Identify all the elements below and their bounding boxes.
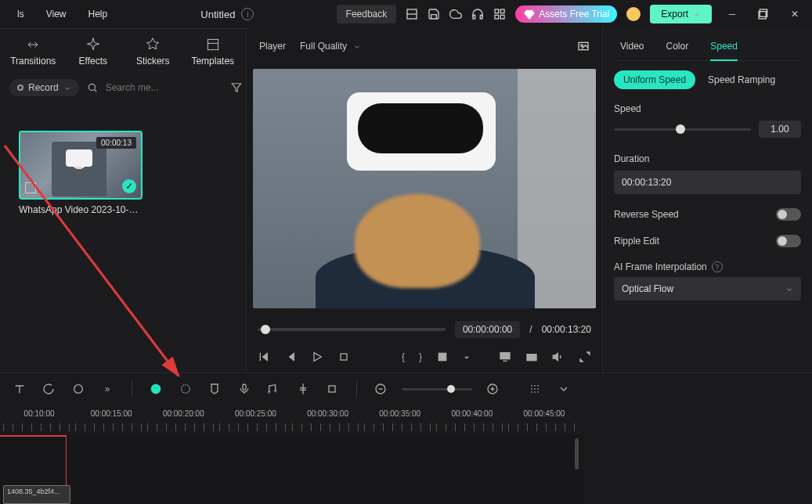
prev-frame-icon[interactable] [258, 351, 270, 363]
subtab-uniform-speed[interactable]: Uniform Speed [614, 70, 695, 89]
duration-field[interactable]: 00:00:13:20 [614, 171, 801, 194]
assets-trial-button[interactable]: Assets Free Trial [515, 5, 617, 23]
speed-tool-icon[interactable] [148, 380, 164, 398]
filter-icon[interactable] [231, 82, 242, 93]
project-info-icon[interactable]: i [241, 8, 254, 20]
quality-select[interactable]: Full Quality [300, 41, 361, 52]
mark-in-icon[interactable]: { [402, 351, 405, 362]
record-dot-icon [17, 85, 23, 91]
help-icon[interactable]: ? [712, 261, 723, 272]
ai-interpolation-value: Optical Flow [622, 283, 673, 294]
play-icon[interactable] [311, 351, 323, 363]
gem-icon [523, 9, 534, 20]
ai-interpolation-select[interactable]: Optical Flow [614, 277, 801, 301]
svg-rect-3 [481, 15, 483, 19]
reverse-speed-toggle[interactable] [776, 208, 801, 221]
media-clip[interactable]: 00:00:13 ✓ [19, 131, 143, 200]
svg-marker-17 [262, 353, 268, 362]
svg-point-47 [537, 385, 538, 386]
mask-tool-icon[interactable] [70, 380, 86, 398]
menu-view[interactable]: View [35, 9, 78, 20]
crop-tool-icon[interactable] [323, 380, 340, 398]
track-view-chevron-icon[interactable] [556, 380, 572, 398]
ripple-edit-toggle[interactable] [776, 235, 801, 247]
camera-icon[interactable] [525, 351, 538, 363]
svg-rect-4 [495, 9, 499, 13]
reverse-speed-label: Reverse Speed [614, 209, 679, 220]
more-tools-icon[interactable]: » [99, 380, 115, 398]
grid-icon[interactable] [493, 8, 506, 20]
feedback-button[interactable]: Feedback [337, 5, 397, 23]
cloud-icon[interactable] [449, 8, 462, 20]
zoom-in-icon[interactable] [485, 380, 501, 398]
chevron-down-icon [353, 42, 361, 50]
tab-color[interactable]: Color [666, 41, 689, 52]
fullscreen-icon[interactable] [579, 351, 591, 363]
ratio-icon[interactable] [436, 351, 449, 363]
tab-video[interactable]: Video [620, 41, 644, 52]
layout-icon[interactable] [406, 8, 418, 20]
timeline-tracks[interactable]: 1408.35_4b2f4... [0, 435, 583, 504]
zoom-slider[interactable] [402, 388, 471, 391]
preview-viewport[interactable] [253, 69, 596, 308]
search-input[interactable] [106, 82, 223, 93]
svg-point-46 [534, 385, 535, 386]
scrollbar[interactable] [575, 438, 579, 470]
record-button[interactable]: Record [9, 79, 79, 96]
minimize-button[interactable]: ─ [721, 3, 743, 25]
rotate-tool-icon[interactable] [40, 380, 56, 398]
profile-icon[interactable] [626, 7, 641, 21]
mark-out-icon[interactable]: } [419, 351, 422, 362]
tab-speed[interactable]: Speed [710, 41, 738, 61]
svg-rect-22 [438, 353, 446, 360]
total-time: 00:00:13:20 [542, 324, 591, 335]
align-tool-icon[interactable] [294, 380, 311, 398]
clip-name: WhatsApp Video 2023-10-05... [19, 204, 143, 215]
text-tool-icon[interactable] [11, 380, 27, 398]
svg-marker-14 [232, 84, 241, 92]
track-view-icon[interactable] [526, 380, 543, 398]
svg-rect-5 [501, 9, 505, 13]
marker-tool-icon[interactable] [207, 380, 223, 398]
chevron-down-icon [785, 285, 793, 293]
ruler-tick: 00:10:00 [3, 409, 75, 418]
ruler-tick: 00:00:30:00 [292, 409, 364, 418]
maximize-button[interactable] [752, 3, 774, 25]
ruler-tick: 00:00:20:00 [147, 409, 219, 418]
menu-tools[interactable]: ls [6, 9, 35, 20]
mic-tool-icon[interactable] [236, 380, 252, 398]
close-button[interactable]: ✕ [784, 3, 806, 25]
timeline-toolbar: » [0, 373, 583, 405]
tab-effects[interactable]: Effects [66, 37, 121, 67]
speed-value[interactable]: 1.00 [759, 121, 801, 138]
assets-trial-label: Assets Free Trial [539, 9, 609, 20]
tab-stickers[interactable]: Stickers [125, 37, 180, 67]
scrub-bar[interactable] [258, 328, 446, 331]
step-back-icon[interactable] [284, 351, 297, 363]
speed-slider[interactable] [614, 128, 751, 131]
zoom-thumb[interactable] [447, 385, 455, 393]
audio-tool-icon[interactable] [265, 380, 282, 398]
svg-point-31 [157, 387, 158, 389]
display-icon[interactable] [499, 351, 511, 363]
check-icon: ✓ [122, 179, 136, 193]
menu-help[interactable]: Help [77, 9, 118, 20]
color-tool-icon[interactable] [177, 380, 193, 398]
timeline-clip[interactable]: 1408.35_4b2f4... [3, 485, 70, 504]
stop-icon[interactable] [337, 351, 350, 363]
search-icon[interactable] [87, 82, 98, 93]
svg-rect-7 [501, 15, 505, 19]
timeline-ruler[interactable]: 00:10:00 00:00:15:00 00:00:20:00 00:00:2… [0, 405, 583, 418]
save-icon[interactable] [428, 8, 440, 20]
svg-point-28 [74, 385, 82, 394]
tab-transitions[interactable]: Transitions [5, 37, 60, 67]
subtab-speed-ramping[interactable]: Speed Ramping [705, 70, 778, 89]
zoom-out-icon[interactable] [373, 380, 389, 398]
tab-templates[interactable]: Templates [186, 37, 240, 67]
volume-icon[interactable] [552, 351, 565, 363]
scrub-knob[interactable] [261, 325, 270, 334]
speed-slider-thumb[interactable] [676, 124, 685, 134]
export-button[interactable]: Export [650, 5, 712, 23]
headset-icon[interactable] [471, 8, 484, 20]
snapshot-icon[interactable] [577, 40, 590, 52]
